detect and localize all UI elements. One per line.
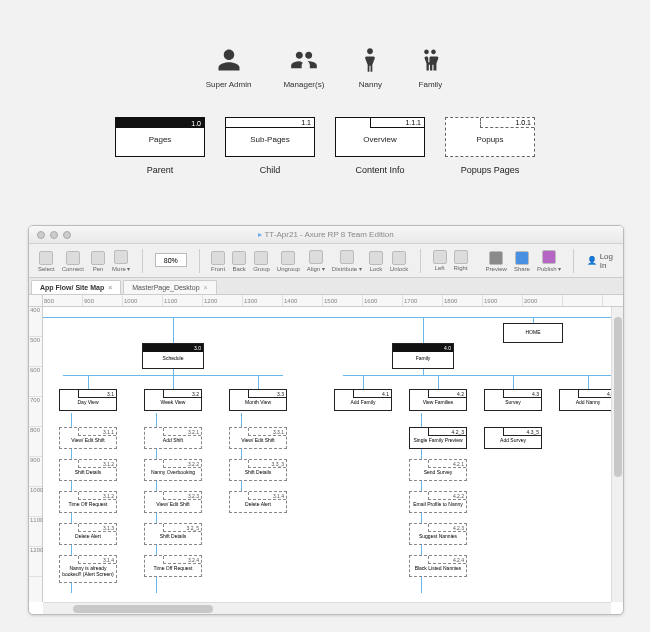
ruler-vertical: 400500600700800900100011001200 [29, 307, 43, 602]
legend-body: Popups [476, 135, 503, 144]
legend-popups: 1.0.1 Popups Popups Pages [445, 117, 535, 175]
legend-num: 1.0 [116, 118, 204, 128]
node-322[interactable]: 3.2.2Nanny Overbooking [144, 459, 202, 481]
node-424[interactable]: 4.2.4Black Listed Nannies [409, 555, 467, 577]
tab-masterpage[interactable]: MasterPage_Desktop× [123, 280, 216, 294]
select-tool[interactable]: Select [35, 250, 58, 273]
window-title: ▸ TT-Apr21 - Axure RP 8 Team Edition [29, 230, 623, 239]
legend-body: Pages [149, 135, 172, 144]
user-icon [215, 46, 243, 74]
tabs: App Flow/ Site Map× MasterPage_Desktop× [29, 278, 623, 295]
node-311[interactable]: 3.1.1View/ Edit Shift [59, 427, 117, 449]
legend-caption: Parent [147, 165, 174, 175]
legend-caption: Child [260, 165, 281, 175]
role-managers: Manager(s) [283, 46, 324, 89]
left-tool[interactable]: Left [430, 249, 450, 272]
node-home[interactable]: HOME [503, 323, 563, 343]
group-tool[interactable]: Group [250, 250, 273, 273]
node-survey[interactable]: 4.3Survey [484, 389, 542, 411]
legend-content: 1.1.1 Overview Content Info [335, 117, 425, 175]
node-423b[interactable]: 4.2.3Suggest Nannies [409, 523, 467, 545]
back-tool[interactable]: Back [229, 250, 249, 273]
node-312b[interactable]: 3.1.2Time Off Request [59, 491, 117, 513]
role-label: Nanny [359, 80, 382, 89]
node-schedule[interactable]: 3.0Schedule [142, 343, 204, 369]
node-323[interactable]: 3.2.3View/ Edit Shift [144, 491, 202, 513]
role-label: Family [419, 80, 443, 89]
node-314del[interactable]: 3.1.4Delete Alert [229, 491, 287, 513]
legend-box-content: 1.1.1 Overview [335, 117, 425, 157]
scrollbar-vertical[interactable] [611, 307, 623, 602]
node-333[interactable]: 3.3_3Shift Details [229, 459, 287, 481]
canvas[interactable]: HOME 3.0Schedule 4.0Family 3.1Day View 3… [43, 307, 623, 602]
ruler-horizontal: 8009001000110012001300140015001600170018… [29, 295, 623, 307]
role-super-admin: Super Admin [206, 46, 252, 89]
legend-body: Overview [363, 135, 396, 144]
legend-box-popup: 1.0.1 Popups [445, 117, 535, 157]
node-314b[interactable]: 3.1.4Nanny is already booked!! (Alert Sc… [59, 555, 117, 583]
node-addfamily[interactable]: 4.1Add Family [334, 389, 392, 411]
toolbar: Select Connect Pen More ▾ Front Back Gro… [29, 244, 623, 278]
close-icon[interactable]: × [108, 284, 112, 291]
node-viewfamilies[interactable]: 4.2View Families [409, 389, 467, 411]
legend-num: 1.0.1 [480, 118, 534, 128]
node-weekview[interactable]: 3.2Week View [144, 389, 202, 411]
nanny-icon [356, 46, 384, 74]
node-423[interactable]: 4.2_3Single Family Preview [409, 427, 467, 449]
legend-box-parent: 1.0 Pages [115, 117, 205, 157]
publish-tool[interactable]: Publish ▾ [534, 249, 564, 273]
connect-tool[interactable]: Connect [59, 250, 87, 273]
axure-window: ▸ TT-Apr21 - Axure RP 8 Team Edition Sel… [28, 225, 624, 615]
role-nanny: Nanny [356, 46, 384, 89]
user-icon: 👤 [587, 256, 597, 265]
legend-caption: Content Info [355, 165, 404, 175]
pen-tool[interactable]: Pen [88, 250, 108, 273]
right-tool[interactable]: Right [451, 249, 471, 272]
scrollbar-thumb[interactable] [73, 605, 213, 613]
node-monthview[interactable]: 3.3Month View [229, 389, 287, 411]
legend-box-child: 1.1 Sub-Pages [225, 117, 315, 157]
legend-parent: 1.0 Pages Parent [115, 117, 205, 175]
legend-body: Sub-Pages [250, 135, 290, 144]
zoom-tool[interactable] [152, 252, 190, 269]
login-button[interactable]: 👤Log In [583, 252, 617, 270]
legend-num: 1.1 [226, 118, 314, 128]
node-421[interactable]: 4.2.1Send Survey [409, 459, 467, 481]
node-321[interactable]: 3.2.1Add Shift [144, 427, 202, 449]
tab-appflow[interactable]: App Flow/ Site Map× [31, 280, 121, 294]
align-tool[interactable]: Align ▾ [304, 249, 328, 273]
preview-tool[interactable]: Preview [483, 250, 510, 273]
legend-num: 1.1.1 [370, 118, 424, 128]
node-313[interactable]: 3.1.3Delete Alert [59, 523, 117, 545]
node-family[interactable]: 4.0Family [392, 343, 454, 369]
share-tool[interactable]: Share [511, 250, 533, 273]
group-icon [290, 46, 318, 74]
family-icon [416, 46, 444, 74]
distribute-tool[interactable]: Distribute ▾ [329, 249, 365, 273]
lock-tool[interactable]: Lock [366, 250, 386, 273]
zoom-input[interactable] [155, 253, 187, 267]
node-325[interactable]: 3.2_5Shift Details [144, 523, 202, 545]
legend-boxes: 1.0 Pages Parent 1.1 Sub-Pages Child 1.1… [0, 117, 650, 175]
role-family: Family [416, 46, 444, 89]
legend-child: 1.1 Sub-Pages Child [225, 117, 315, 175]
node-422[interactable]: 4.2.2Email Profile to Nanny [409, 491, 467, 513]
node-dayview[interactable]: 3.1Day View [59, 389, 117, 411]
node-331[interactable]: 3.3.1View/ Edit Shift [229, 427, 287, 449]
node-435[interactable]: 4.3_5Add Survey [484, 427, 542, 449]
role-label: Manager(s) [283, 80, 324, 89]
close-icon[interactable]: × [204, 284, 208, 291]
titlebar: ▸ TT-Apr21 - Axure RP 8 Team Edition [29, 226, 623, 244]
node-312a[interactable]: 3.1.2Shift Details [59, 459, 117, 481]
front-tool[interactable]: Front [208, 250, 228, 273]
roles-legend: Super Admin Manager(s) Nanny Family [0, 0, 650, 89]
ungroup-tool[interactable]: Ungroup [274, 250, 303, 273]
more-tool[interactable]: More ▾ [109, 249, 133, 273]
scrollbar-horizontal[interactable] [43, 602, 611, 614]
role-label: Super Admin [206, 80, 252, 89]
unlock-tool[interactable]: Unlock [387, 250, 411, 273]
scrollbar-thumb[interactable] [614, 317, 622, 477]
node-324[interactable]: 3.2.4Time Off Request [144, 555, 202, 577]
legend-caption: Popups Pages [461, 165, 520, 175]
node-addnanny[interactable]: 4.4Add Nanny [559, 389, 617, 411]
